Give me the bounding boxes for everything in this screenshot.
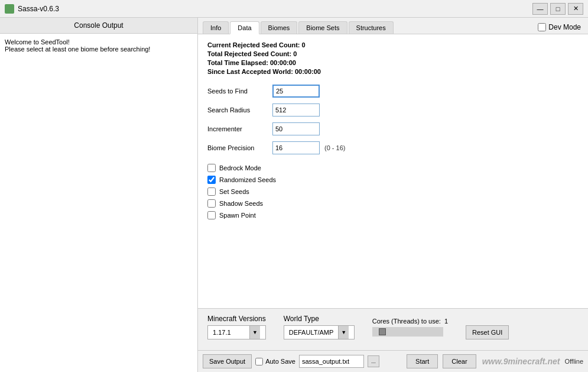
autosave-text: Auto Save — [265, 358, 295, 365]
search-radius-input[interactable] — [272, 103, 320, 117]
spawn-point-checkbox[interactable] — [207, 211, 216, 219]
right-panel: Info Data Biomes Biome Sets Structures D… — [198, 18, 588, 372]
search-radius-row: Search Radius — [207, 103, 579, 117]
cores-slider-container — [372, 327, 448, 337]
set-seeds-label: Set Seeds — [219, 188, 249, 195]
left-panel: Console Output Welcome to SeedTool! Plea… — [0, 18, 198, 372]
bedrock-mode-checkbox[interactable] — [207, 164, 216, 172]
reset-gui-button[interactable]: Reset GUI — [466, 325, 509, 339]
minecraft-versions-value: 1.17.1 — [208, 328, 249, 337]
incrementer-label: Incrementer — [207, 125, 272, 132]
stat-current-rejected: Current Rejected Seed Count: 0 — [207, 41, 579, 48]
filename-text: sassa_output.txt — [302, 358, 349, 365]
world-type-value: DEFAULT/AMP — [284, 328, 339, 337]
dev-mode-label: Dev Mode — [548, 23, 581, 31]
footer-right: www.9minecraft.net Offline — [482, 357, 583, 366]
watermark: www.9minecraft.net — [482, 357, 560, 366]
console-output-header: Console Output — [0, 18, 197, 34]
console-message-2: Please select at least one biome before … — [5, 46, 193, 53]
shadow-seeds-row: Shadow Seeds — [207, 199, 579, 208]
incrementer-input[interactable] — [272, 122, 320, 135]
biome-precision-label: Biome Precision — [207, 144, 272, 151]
bedrock-mode-row: Bedrock Mode — [207, 164, 579, 172]
seeds-to-find-input[interactable] — [272, 85, 320, 98]
bedrock-mode-label: Bedrock Mode — [219, 164, 261, 172]
tab-bar: Info Data Biomes Biome Sets Structures — [203, 21, 538, 34]
tab-structures[interactable]: Structures — [349, 21, 394, 34]
save-output-button[interactable]: Save Output — [203, 354, 252, 368]
console-message-1: Welcome to SeedTool! — [5, 38, 193, 46]
clear-button[interactable]: Clear — [443, 354, 476, 368]
cores-group: Cores (Threads) to use: 1 — [372, 318, 448, 337]
shadow-seeds-checkbox[interactable] — [207, 199, 216, 208]
cores-slider[interactable] — [372, 327, 443, 337]
minimize-button[interactable]: — — [532, 3, 548, 15]
tab-biome-sets[interactable]: Biome Sets — [298, 21, 347, 34]
dev-mode-container: Dev Mode — [538, 23, 583, 34]
minecraft-versions-label: Minecraft Versions — [207, 315, 266, 323]
biome-precision-input[interactable] — [272, 141, 320, 154]
maximize-button[interactable]: □ — [550, 3, 566, 15]
filename-area: sassa_output.txt — [299, 355, 364, 368]
footer-left: Save Output Auto Save sassa_output.txt .… — [203, 354, 401, 368]
form-section: Seeds to Find Search Radius Incrementer … — [207, 85, 579, 154]
window-controls: — □ ✕ — [532, 3, 583, 15]
randomized-seeds-checkbox[interactable] — [207, 176, 216, 184]
footer-center: Start Clear — [401, 354, 482, 368]
checkbox-section: Bedrock Mode Randomized Seeds Set Seeds … — [207, 164, 579, 219]
incrementer-row: Incrementer — [207, 122, 579, 135]
footer-bar: Save Output Auto Save sassa_output.txt .… — [198, 350, 588, 372]
cores-label-row: Cores (Threads) to use: 1 — [372, 318, 448, 325]
title-bar: Sassa-v0.6.3 — □ ✕ — [0, 0, 588, 18]
window-title: Sassa-v0.6.3 — [18, 5, 532, 13]
stat-total-rejected: Total Rejected Seed Count: 0 — [207, 50, 579, 57]
spawn-point-label: Spawn Point — [219, 212, 256, 219]
world-type-arrow[interactable]: ▼ — [338, 326, 349, 339]
minecraft-versions-group: Minecraft Versions 1.17.1 ▼ — [207, 315, 266, 339]
autosave-checkbox[interactable] — [255, 358, 263, 365]
tab-biomes[interactable]: Biomes — [261, 21, 298, 34]
minecraft-versions-dropdown[interactable]: 1.17.1 ▼ — [207, 325, 266, 339]
stat-since-last: Since Last Accepted World: 00:00:00 — [207, 68, 579, 75]
tab-data[interactable]: Data — [230, 21, 259, 34]
stat-time-elapsed: Total Time Elapsed: 00:00:00 — [207, 59, 579, 66]
main-content: Console Output Welcome to SeedTool! Plea… — [0, 18, 588, 372]
biome-precision-hint: (0 - 16) — [324, 144, 345, 151]
bottom-section: Minecraft Versions 1.17.1 ▼ World Type D… — [198, 308, 588, 350]
world-type-dropdown[interactable]: DEFAULT/AMP ▼ — [284, 325, 355, 339]
autosave-label: Auto Save — [255, 358, 295, 365]
console-output-content: Welcome to SeedTool! Please select at le… — [0, 34, 197, 372]
dev-mode-checkbox[interactable] — [538, 23, 546, 31]
shadow-seeds-label: Shadow Seeds — [219, 200, 263, 207]
cores-label: Cores (Threads) to use: — [372, 318, 441, 325]
biome-precision-row: Biome Precision (0 - 16) — [207, 141, 579, 154]
cores-value: 1 — [444, 318, 448, 325]
spawn-point-row: Spawn Point — [207, 211, 579, 219]
randomized-seeds-label: Randomized Seeds — [219, 176, 276, 183]
set-seeds-row: Set Seeds — [207, 187, 579, 196]
world-type-label: World Type — [284, 315, 355, 323]
tab-info[interactable]: Info — [203, 21, 229, 34]
seeds-to-find-label: Seeds to Find — [207, 88, 272, 95]
bottom-row1: Minecraft Versions 1.17.1 ▼ World Type D… — [207, 315, 579, 339]
stats-section: Current Rejected Seed Count: 0 Total Rej… — [207, 41, 579, 75]
file-browse-button[interactable]: ... — [368, 355, 379, 367]
close-button[interactable]: ✕ — [568, 3, 583, 15]
world-type-group: World Type DEFAULT/AMP ▼ — [284, 315, 355, 339]
app-icon — [5, 4, 14, 14]
status-text: Offline — [564, 358, 583, 365]
start-button[interactable]: Start — [407, 354, 438, 368]
set-seeds-checkbox[interactable] — [207, 187, 216, 196]
randomized-seeds-row: Randomized Seeds — [207, 176, 579, 184]
tab-content-data: Current Rejected Seed Count: 0 Total Rej… — [198, 34, 588, 308]
search-radius-label: Search Radius — [207, 106, 272, 114]
seeds-to-find-row: Seeds to Find — [207, 85, 579, 98]
minecraft-versions-arrow[interactable]: ▼ — [249, 326, 260, 339]
